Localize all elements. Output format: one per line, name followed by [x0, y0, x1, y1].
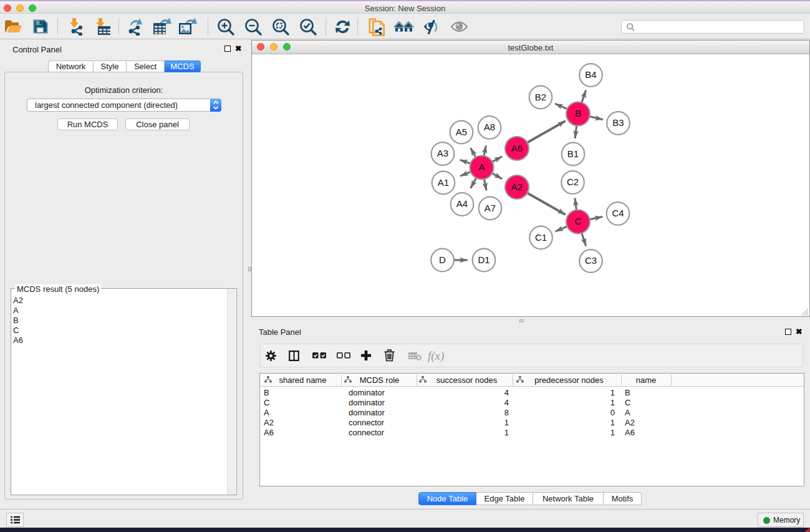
svg-text:D1: D1 [478, 254, 489, 265]
svg-text:B3: B3 [612, 117, 624, 128]
svg-text:C: C [575, 216, 582, 226]
svg-text:B2: B2 [535, 92, 546, 102]
svg-text:A: A [478, 162, 485, 172]
svg-text:A4: A4 [456, 198, 468, 209]
svg-text:C3: C3 [585, 255, 597, 266]
svg-text:A5: A5 [456, 127, 467, 137]
svg-text:B4: B4 [585, 69, 596, 80]
svg-text:A6: A6 [511, 143, 523, 153]
svg-text:C4: C4 [612, 208, 624, 218]
svg-text:B1: B1 [567, 148, 579, 159]
svg-text:A7: A7 [485, 203, 496, 213]
svg-text:A3: A3 [437, 148, 448, 158]
svg-text:A2: A2 [511, 181, 523, 192]
svg-text:B: B [575, 108, 581, 118]
svg-text:C2: C2 [567, 177, 579, 187]
svg-text:A1: A1 [438, 177, 449, 188]
svg-text:A8: A8 [484, 122, 495, 132]
svg-text:D: D [439, 254, 446, 265]
svg-text:C1: C1 [535, 232, 547, 243]
